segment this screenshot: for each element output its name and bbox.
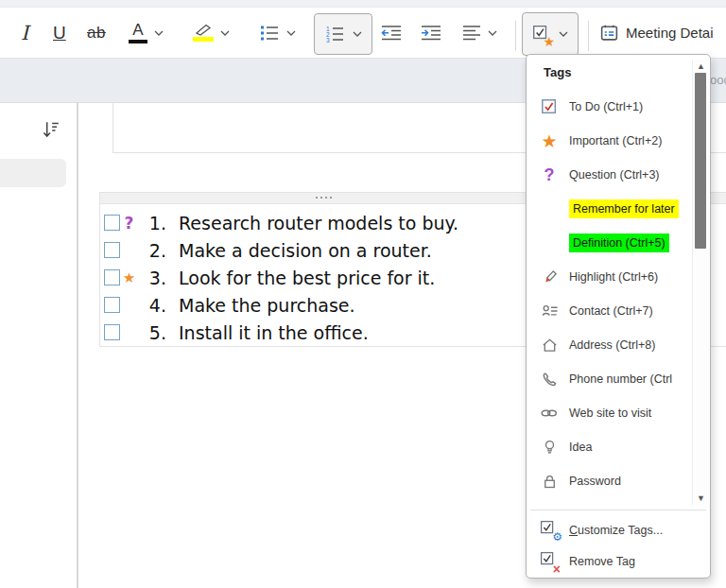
- bullet-list-button[interactable]: [259, 8, 296, 58]
- menu-item-highlight[interactable]: Highlight (Ctrl+6): [527, 260, 693, 294]
- chevron-down-icon[interactable]: [559, 31, 568, 37]
- underline-button[interactable]: U: [53, 8, 66, 58]
- clipped-background-text: ooc: [710, 73, 726, 87]
- sidebar-divider: [77, 102, 78, 588]
- list-text[interactable]: Make a decision on a router.: [179, 240, 432, 261]
- tags-menu-footer: ⚙ Customize Tags... × Remove Tag: [527, 514, 710, 577]
- padlock-icon: [539, 471, 560, 492]
- menu-item-question[interactable]: ? Question (Ctrl+3): [527, 158, 693, 192]
- todo-checkbox[interactable]: [104, 269, 120, 285]
- menu-item-todo[interactable]: To Do (Ctrl+1): [527, 90, 693, 124]
- numbered-list-button[interactable]: 123: [314, 13, 372, 55]
- menu-separator: [530, 510, 706, 510]
- align-icon: [462, 25, 481, 42]
- list-number: 4.: [138, 295, 166, 316]
- drag-dots-icon: [316, 197, 332, 199]
- list-number: 5.: [138, 322, 166, 343]
- chevron-down-icon[interactable]: [488, 30, 497, 36]
- lightbulb-icon: [539, 437, 560, 458]
- font-color-button[interactable]: A: [129, 8, 164, 58]
- list-text[interactable]: Research router models to buy.: [179, 213, 458, 233]
- sort-pages-button[interactable]: [40, 119, 60, 144]
- contact-icon: [539, 301, 560, 321]
- italic-button[interactable]: I: [21, 8, 28, 58]
- menu-item-remember-for-later[interactable]: Remember for later: [527, 192, 693, 226]
- red-x-icon: ×: [553, 562, 561, 576]
- increase-indent-button[interactable]: [420, 8, 442, 58]
- empty-icon-slot: [539, 199, 560, 219]
- empty-icon-slot: [539, 233, 560, 253]
- list-number: 1.: [138, 213, 166, 233]
- strikethrough-button[interactable]: ab: [87, 8, 106, 58]
- todo-checkbox[interactable]: [104, 297, 120, 313]
- link-icon: [539, 403, 560, 424]
- chevron-down-icon[interactable]: [353, 31, 362, 37]
- list-text[interactable]: Make the purchase.: [179, 295, 355, 316]
- menu-item-web-site[interactable]: Web site to visit: [527, 396, 693, 430]
- phone-icon: [539, 369, 560, 389]
- question-mark-icon: ?: [539, 164, 560, 185]
- strikethrough-icon: ab: [87, 24, 106, 43]
- remove-tag-icon: ×: [539, 551, 560, 572]
- scroll-up-icon[interactable]: ▲: [693, 60, 709, 73]
- toolbar-separator: [515, 21, 516, 51]
- svg-text:3: 3: [326, 37, 330, 43]
- decrease-indent-button[interactable]: [380, 8, 403, 58]
- tag-button[interactable]: ★: [522, 12, 579, 56]
- highlighter-pen-icon: [539, 267, 560, 287]
- list-text[interactable]: Install it in the office.: [179, 322, 369, 343]
- italic-icon: I: [21, 22, 28, 44]
- menu-item-address[interactable]: Address (Ctrl+8): [527, 328, 693, 362]
- menu-item-important[interactable]: ★ Important (Ctrl+2): [527, 124, 693, 158]
- underline-icon: U: [53, 23, 66, 43]
- gear-icon: ⚙: [552, 531, 562, 543]
- todo-checkbox[interactable]: [104, 215, 120, 231]
- list-number: 2.: [138, 240, 166, 261]
- menu-item-contact[interactable]: Contact (Ctrl+7): [527, 294, 693, 328]
- question-tag-icon: ?: [120, 214, 138, 233]
- onenote-window: I U ab A: [0, 0, 726, 588]
- star-icon: ★: [539, 130, 560, 151]
- align-button[interactable]: [462, 8, 497, 58]
- highlight-button[interactable]: [193, 8, 230, 58]
- list-text[interactable]: Look for the best price for it.: [179, 268, 435, 288]
- selected-page-item[interactable]: [0, 159, 66, 187]
- todo-checkbox[interactable]: [104, 324, 120, 340]
- sort-descending-icon: [40, 119, 60, 140]
- numbered-list-icon: 123: [324, 26, 345, 43]
- increase-indent-icon: [420, 25, 442, 42]
- todo-checkbox-icon: [539, 96, 560, 117]
- meeting-details-button[interactable]: Meeting Detai: [599, 8, 714, 58]
- scrollbar-thumb[interactable]: [695, 73, 706, 249]
- todo-checkbox[interactable]: [104, 242, 120, 258]
- tags-menu-title: Tags: [544, 65, 571, 79]
- customize-tags-icon: ⚙: [539, 520, 560, 541]
- tag-checkbox-star-icon: ★: [532, 25, 551, 43]
- meeting-details-label: Meeting Detai: [626, 25, 714, 41]
- menu-item-idea[interactable]: Idea: [527, 430, 693, 464]
- scroll-down-icon[interactable]: ▼: [693, 492, 709, 505]
- toolbar-separator: [588, 21, 589, 51]
- chevron-down-icon[interactable]: [154, 30, 164, 36]
- menu-item-phone-number[interactable]: Phone number (Ctrl: [527, 362, 693, 396]
- menu-scrollbar[interactable]: ▲ ▼: [692, 60, 709, 505]
- chevron-down-icon[interactable]: [286, 30, 296, 36]
- bullet-list-icon: [259, 25, 280, 42]
- menu-item-definition[interactable]: Definition (Ctrl+5): [527, 226, 693, 260]
- menu-item-remove-tag[interactable]: × Remove Tag: [527, 545, 710, 577]
- tags-dropdown-menu: Tags To Do (Ctrl+1) ★ Important (Ctrl+2)…: [526, 54, 711, 579]
- calendar-icon: [599, 23, 619, 43]
- menu-item-customize-tags[interactable]: ⚙ Customize Tags...: [527, 514, 710, 545]
- window-top-strip: [0, 0, 726, 8]
- font-color-icon: A: [129, 22, 147, 43]
- house-icon: [539, 335, 560, 355]
- list-number: 3.: [138, 268, 166, 288]
- decrease-indent-icon: [380, 25, 403, 42]
- important-tag-icon: ★: [120, 269, 138, 286]
- chevron-down-icon[interactable]: [220, 30, 230, 36]
- formatting-toolbar: I U ab A: [0, 8, 726, 59]
- menu-item-password[interactable]: Password: [527, 464, 693, 498]
- tags-menu-items: To Do (Ctrl+1) ★ Important (Ctrl+2) ? Qu…: [527, 90, 693, 498]
- highlighter-icon: [193, 24, 214, 42]
